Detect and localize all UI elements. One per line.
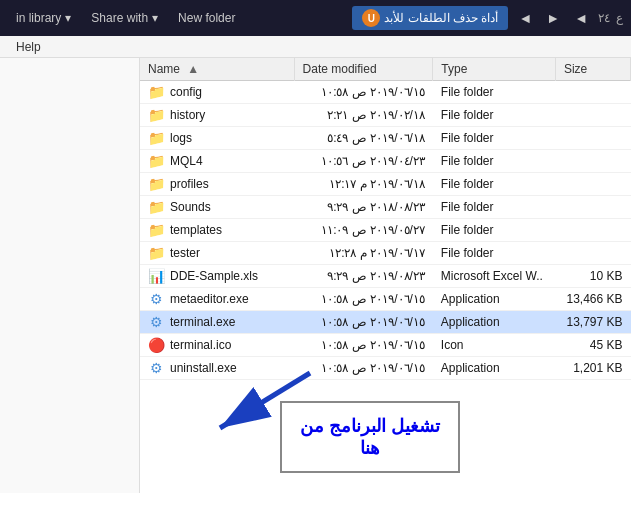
tool-icon-letter: U xyxy=(368,13,375,24)
column-header-date[interactable]: Date modified xyxy=(294,58,433,81)
table-row[interactable]: 📁 MQL4 ٢٠١٩/٠٤/٢٣ ص ١٠:٥٦ File folder xyxy=(140,150,631,173)
file-name: terminal.exe xyxy=(170,315,235,329)
nav-button[interactable]: ◄ xyxy=(570,8,592,28)
table-header-row: Name ▲ Date modified Type Size xyxy=(140,58,631,81)
file-name: templates xyxy=(170,223,222,237)
table-row[interactable]: 📁 history ٢٠١٩/٠٢/١٨ ص ٢:٢١ File folder xyxy=(140,104,631,127)
library-button[interactable]: in library ▾ xyxy=(8,7,79,29)
file-size xyxy=(555,196,630,219)
main-file-area[interactable]: Name ▲ Date modified Type Size xyxy=(140,58,631,493)
file-type: Application xyxy=(433,357,556,380)
menu-item-help[interactable]: Help xyxy=(8,38,49,56)
share-chevron-icon: ▾ xyxy=(152,11,158,25)
file-type: File folder xyxy=(433,173,556,196)
file-date: ٢٠١٨/٠٨/٢٣ ص ٩:٢٩ xyxy=(294,196,433,219)
share-button[interactable]: Share with ▾ xyxy=(83,7,166,29)
file-date: ٢٠١٩/٠٦/١٨ ص ٥:٤٩ xyxy=(294,127,433,150)
file-name: terminal.ico xyxy=(170,338,231,352)
table-row[interactable]: 📁 tester ٢٠١٩/٠٦/١٧ م ١٢:٢٨ File folder xyxy=(140,242,631,265)
file-name-cell[interactable]: 📁 MQL4 xyxy=(140,150,294,173)
file-name: logs xyxy=(170,131,192,145)
share-label: Share with xyxy=(91,11,148,25)
file-name-cell[interactable]: 📁 history xyxy=(140,104,294,127)
file-date: ٢٠١٩/٠٦/١٥ ص ١٠:٥٨ xyxy=(294,311,433,334)
file-size: 10 KB xyxy=(555,265,630,288)
file-name: tester xyxy=(170,246,200,260)
file-size xyxy=(555,173,630,196)
file-name-cell[interactable]: 📁 tester xyxy=(140,242,294,265)
svg-line-1 xyxy=(220,373,310,428)
file-date: ٢٠١٩/٠٦/١٨ م ١٢:١٧ xyxy=(294,173,433,196)
left-nav-panel xyxy=(0,58,140,493)
annotation-box: تشغيل البرنامج من هنا xyxy=(280,401,460,473)
file-date: ٢٠١٩/٠٦/١٧ م ١٢:٢٨ xyxy=(294,242,433,265)
file-name-cell[interactable]: 🔴 terminal.ico xyxy=(140,334,294,357)
file-type: Application xyxy=(433,288,556,311)
file-date: ٢٠١٩/٠٦/١٥ ص ١٠:٥٨ xyxy=(294,357,433,380)
file-table: Name ▲ Date modified Type Size xyxy=(140,58,631,380)
column-header-size[interactable]: Size xyxy=(555,58,630,81)
annotation-text: تشغيل البرنامج من هنا xyxy=(300,416,440,458)
file-size xyxy=(555,219,630,242)
column-header-type[interactable]: Type xyxy=(433,58,556,81)
arabic-tool-label: أداة حذف الطلقات للأبد xyxy=(384,11,498,25)
file-name: history xyxy=(170,108,205,122)
table-row[interactable]: 📁 logs ٢٠١٩/٠٦/١٨ ص ٥:٤٩ File folder xyxy=(140,127,631,150)
table-row[interactable]: 📊 DDE-Sample.xls ٢٠١٩/٠٨/٢٣ ص ٩:٢٩ Micro… xyxy=(140,265,631,288)
file-type: Microsoft Excel W.. xyxy=(433,265,556,288)
file-type: File folder xyxy=(433,219,556,242)
file-size xyxy=(555,242,630,265)
forward-arrow-button[interactable]: ► xyxy=(542,8,564,28)
file-name-cell[interactable]: ⚙ terminal.exe xyxy=(140,311,294,334)
library-label: in library xyxy=(16,11,61,25)
file-name-cell[interactable]: 📊 DDE-Sample.xls xyxy=(140,265,294,288)
file-date: ٢٠١٩/٠٤/٢٣ ص ١٠:٥٦ xyxy=(294,150,433,173)
new-folder-label: New folder xyxy=(178,11,235,25)
tool-icon-circle: U xyxy=(362,9,380,27)
file-size: 13,466 KB xyxy=(555,288,630,311)
folder-icon: 📁 xyxy=(148,153,164,169)
file-name: config xyxy=(170,85,202,99)
table-row[interactable]: ⚙ metaeditor.exe ٢٠١٩/٠٦/١٥ ص ١٠:٥٨ Appl… xyxy=(140,288,631,311)
table-row[interactable]: ⚙ terminal.exe ٢٠١٩/٠٦/١٥ ص ١٠:٥٨ Applic… xyxy=(140,311,631,334)
folder-icon: 📁 xyxy=(148,107,164,123)
excel-icon: 📊 xyxy=(148,268,164,284)
file-date: ٢٠١٩/٠٢/١٨ ص ٢:٢١ xyxy=(294,104,433,127)
file-name-cell[interactable]: 📁 Sounds xyxy=(140,196,294,219)
new-folder-button[interactable]: New folder xyxy=(170,7,243,29)
file-date: ٢٠١٩/٠٥/٢٧ ص ١١:٠٩ xyxy=(294,219,433,242)
folder-icon: 📁 xyxy=(148,176,164,192)
file-list-container: Name ▲ Date modified Type Size xyxy=(0,58,631,493)
file-name: uninstall.exe xyxy=(170,361,237,375)
file-name: profiles xyxy=(170,177,209,191)
back-arrow-button[interactable]: ◄ xyxy=(514,8,536,28)
file-type: Application xyxy=(433,311,556,334)
table-row[interactable]: 📁 templates ٢٠١٩/٠٥/٢٧ ص ١١:٠٩ File fold… xyxy=(140,219,631,242)
table-row[interactable]: 📁 config ٢٠١٩/٠٦/١٥ ص ١٠:٥٨ File folder xyxy=(140,81,631,104)
table-row[interactable]: 📁 Sounds ٢٠١٨/٠٨/٢٣ ص ٩:٢٩ File folder xyxy=(140,196,631,219)
arabic-tool-button[interactable]: أداة حذف الطلقات للأبد U xyxy=(352,6,508,30)
table-row[interactable]: 📁 profiles ٢٠١٩/٠٦/١٨ م ١٢:١٧ File folde… xyxy=(140,173,631,196)
file-name: DDE-Sample.xls xyxy=(170,269,258,283)
file-type: File folder xyxy=(433,104,556,127)
file-name: metaeditor.exe xyxy=(170,292,249,306)
library-chevron-icon: ▾ xyxy=(65,11,71,25)
menu-bar: Help xyxy=(0,36,631,58)
file-name-cell[interactable]: 📁 profiles xyxy=(140,173,294,196)
file-name-cell[interactable]: 📁 templates xyxy=(140,219,294,242)
file-size: 1,201 KB xyxy=(555,357,630,380)
ico-icon: 🔴 xyxy=(148,337,164,353)
folder-icon: 📁 xyxy=(148,199,164,215)
table-row[interactable]: ⚙ uninstall.exe ٢٠١٩/٠٦/١٥ ص ١٠:٥٨ Appli… xyxy=(140,357,631,380)
file-date: ٢٠١٩/٠٦/١٥ ص ١٠:٥٨ xyxy=(294,288,433,311)
file-type: File folder xyxy=(433,242,556,265)
file-name-cell[interactable]: ⚙ uninstall.exe xyxy=(140,357,294,380)
file-size: 45 KB xyxy=(555,334,630,357)
toolbar-right: أداة حذف الطلقات للأبد U ◄ ► ◄ ٢٤ ع xyxy=(352,6,623,30)
table-row[interactable]: 🔴 terminal.ico ٢٠١٩/٠٦/١٥ ص ١٠:٥٨ Icon 4… xyxy=(140,334,631,357)
file-name-cell[interactable]: 📁 logs xyxy=(140,127,294,150)
file-size xyxy=(555,104,630,127)
file-name-cell[interactable]: ⚙ metaeditor.exe xyxy=(140,288,294,311)
file-name-cell[interactable]: 📁 config xyxy=(140,81,294,104)
column-header-name[interactable]: Name ▲ xyxy=(140,58,294,81)
